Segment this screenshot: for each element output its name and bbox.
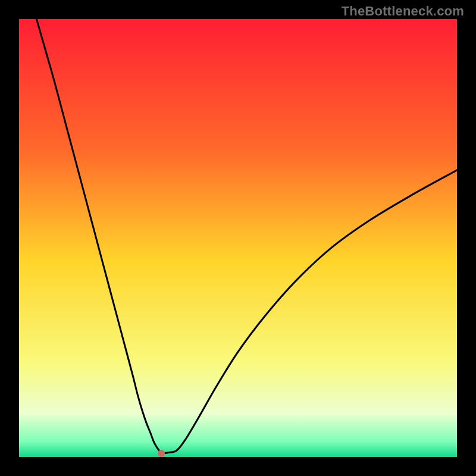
optimum-marker	[158, 450, 165, 457]
chart-frame: TheBottleneck.com	[0, 0, 476, 476]
watermark-text: TheBottleneck.com	[342, 4, 464, 19]
plot-area	[19, 19, 457, 457]
plot-svg	[19, 19, 457, 457]
gradient-background	[19, 19, 457, 457]
